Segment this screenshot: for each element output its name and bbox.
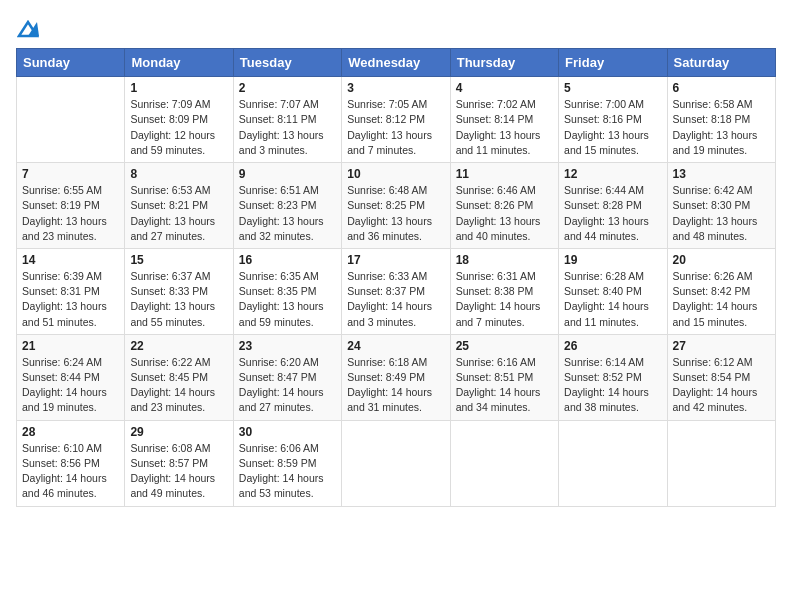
day-info: Sunrise: 6:48 AMSunset: 8:25 PMDaylight:… — [347, 183, 444, 244]
day-number: 10 — [347, 167, 444, 181]
day-info: Sunrise: 6:12 AMSunset: 8:54 PMDaylight:… — [673, 355, 770, 416]
day-number: 6 — [673, 81, 770, 95]
day-info: Sunrise: 6:39 AMSunset: 8:31 PMDaylight:… — [22, 269, 119, 330]
calendar-cell: 19Sunrise: 6:28 AMSunset: 8:40 PMDayligh… — [559, 248, 667, 334]
calendar-cell: 22Sunrise: 6:22 AMSunset: 8:45 PMDayligh… — [125, 334, 233, 420]
calendar-cell — [667, 420, 775, 506]
day-number: 7 — [22, 167, 119, 181]
day-number: 9 — [239, 167, 336, 181]
calendar-cell: 6Sunrise: 6:58 AMSunset: 8:18 PMDaylight… — [667, 77, 775, 163]
day-info: Sunrise: 6:20 AMSunset: 8:47 PMDaylight:… — [239, 355, 336, 416]
day-number: 27 — [673, 339, 770, 353]
day-info: Sunrise: 6:26 AMSunset: 8:42 PMDaylight:… — [673, 269, 770, 330]
calendar-cell: 27Sunrise: 6:12 AMSunset: 8:54 PMDayligh… — [667, 334, 775, 420]
day-number: 17 — [347, 253, 444, 267]
calendar-cell: 9Sunrise: 6:51 AMSunset: 8:23 PMDaylight… — [233, 163, 341, 249]
calendar-week-4: 21Sunrise: 6:24 AMSunset: 8:44 PMDayligh… — [17, 334, 776, 420]
calendar-cell: 11Sunrise: 6:46 AMSunset: 8:26 PMDayligh… — [450, 163, 558, 249]
day-number: 8 — [130, 167, 227, 181]
day-info: Sunrise: 6:58 AMSunset: 8:18 PMDaylight:… — [673, 97, 770, 158]
day-number: 18 — [456, 253, 553, 267]
day-number: 25 — [456, 339, 553, 353]
day-info: Sunrise: 6:24 AMSunset: 8:44 PMDaylight:… — [22, 355, 119, 416]
day-info: Sunrise: 6:42 AMSunset: 8:30 PMDaylight:… — [673, 183, 770, 244]
day-info: Sunrise: 6:06 AMSunset: 8:59 PMDaylight:… — [239, 441, 336, 502]
day-number: 4 — [456, 81, 553, 95]
day-number: 14 — [22, 253, 119, 267]
day-info: Sunrise: 6:35 AMSunset: 8:35 PMDaylight:… — [239, 269, 336, 330]
day-number: 2 — [239, 81, 336, 95]
calendar-cell: 15Sunrise: 6:37 AMSunset: 8:33 PMDayligh… — [125, 248, 233, 334]
day-info: Sunrise: 6:51 AMSunset: 8:23 PMDaylight:… — [239, 183, 336, 244]
calendar-cell: 20Sunrise: 6:26 AMSunset: 8:42 PMDayligh… — [667, 248, 775, 334]
col-header-friday: Friday — [559, 49, 667, 77]
calendar-cell: 26Sunrise: 6:14 AMSunset: 8:52 PMDayligh… — [559, 334, 667, 420]
calendar-cell: 28Sunrise: 6:10 AMSunset: 8:56 PMDayligh… — [17, 420, 125, 506]
calendar-week-1: 1Sunrise: 7:09 AMSunset: 8:09 PMDaylight… — [17, 77, 776, 163]
day-info: Sunrise: 6:18 AMSunset: 8:49 PMDaylight:… — [347, 355, 444, 416]
calendar-cell: 16Sunrise: 6:35 AMSunset: 8:35 PMDayligh… — [233, 248, 341, 334]
day-info: Sunrise: 7:09 AMSunset: 8:09 PMDaylight:… — [130, 97, 227, 158]
day-info: Sunrise: 6:10 AMSunset: 8:56 PMDaylight:… — [22, 441, 119, 502]
day-info: Sunrise: 7:00 AMSunset: 8:16 PMDaylight:… — [564, 97, 661, 158]
col-header-wednesday: Wednesday — [342, 49, 450, 77]
day-number: 26 — [564, 339, 661, 353]
day-number: 11 — [456, 167, 553, 181]
calendar-cell: 18Sunrise: 6:31 AMSunset: 8:38 PMDayligh… — [450, 248, 558, 334]
calendar-cell — [342, 420, 450, 506]
calendar-cell: 2Sunrise: 7:07 AMSunset: 8:11 PMDaylight… — [233, 77, 341, 163]
day-info: Sunrise: 7:07 AMSunset: 8:11 PMDaylight:… — [239, 97, 336, 158]
calendar-cell — [17, 77, 125, 163]
day-info: Sunrise: 6:33 AMSunset: 8:37 PMDaylight:… — [347, 269, 444, 330]
day-number: 23 — [239, 339, 336, 353]
day-number: 29 — [130, 425, 227, 439]
day-number: 12 — [564, 167, 661, 181]
calendar-cell: 3Sunrise: 7:05 AMSunset: 8:12 PMDaylight… — [342, 77, 450, 163]
calendar-cell: 1Sunrise: 7:09 AMSunset: 8:09 PMDaylight… — [125, 77, 233, 163]
day-number: 20 — [673, 253, 770, 267]
page-header — [16, 16, 776, 40]
col-header-saturday: Saturday — [667, 49, 775, 77]
day-number: 5 — [564, 81, 661, 95]
logo-icon — [17, 20, 39, 38]
col-header-tuesday: Tuesday — [233, 49, 341, 77]
day-info: Sunrise: 6:53 AMSunset: 8:21 PMDaylight:… — [130, 183, 227, 244]
day-number: 28 — [22, 425, 119, 439]
day-number: 24 — [347, 339, 444, 353]
day-number: 21 — [22, 339, 119, 353]
day-number: 3 — [347, 81, 444, 95]
day-info: Sunrise: 6:08 AMSunset: 8:57 PMDaylight:… — [130, 441, 227, 502]
day-number: 15 — [130, 253, 227, 267]
day-info: Sunrise: 6:22 AMSunset: 8:45 PMDaylight:… — [130, 355, 227, 416]
calendar-cell: 30Sunrise: 6:06 AMSunset: 8:59 PMDayligh… — [233, 420, 341, 506]
calendar-cell: 24Sunrise: 6:18 AMSunset: 8:49 PMDayligh… — [342, 334, 450, 420]
calendar-week-2: 7Sunrise: 6:55 AMSunset: 8:19 PMDaylight… — [17, 163, 776, 249]
calendar-cell: 21Sunrise: 6:24 AMSunset: 8:44 PMDayligh… — [17, 334, 125, 420]
calendar-cell: 23Sunrise: 6:20 AMSunset: 8:47 PMDayligh… — [233, 334, 341, 420]
col-header-monday: Monday — [125, 49, 233, 77]
col-header-thursday: Thursday — [450, 49, 558, 77]
day-number: 19 — [564, 253, 661, 267]
logo — [16, 16, 39, 40]
calendar-week-3: 14Sunrise: 6:39 AMSunset: 8:31 PMDayligh… — [17, 248, 776, 334]
logo-text — [16, 16, 39, 40]
calendar-cell: 7Sunrise: 6:55 AMSunset: 8:19 PMDaylight… — [17, 163, 125, 249]
calendar-cell: 13Sunrise: 6:42 AMSunset: 8:30 PMDayligh… — [667, 163, 775, 249]
day-number: 16 — [239, 253, 336, 267]
calendar-cell — [450, 420, 558, 506]
day-number: 1 — [130, 81, 227, 95]
calendar-cell: 14Sunrise: 6:39 AMSunset: 8:31 PMDayligh… — [17, 248, 125, 334]
calendar-cell: 12Sunrise: 6:44 AMSunset: 8:28 PMDayligh… — [559, 163, 667, 249]
col-header-sunday: Sunday — [17, 49, 125, 77]
day-info: Sunrise: 6:44 AMSunset: 8:28 PMDaylight:… — [564, 183, 661, 244]
day-number: 13 — [673, 167, 770, 181]
day-info: Sunrise: 6:14 AMSunset: 8:52 PMDaylight:… — [564, 355, 661, 416]
day-info: Sunrise: 6:46 AMSunset: 8:26 PMDaylight:… — [456, 183, 553, 244]
day-info: Sunrise: 7:02 AMSunset: 8:14 PMDaylight:… — [456, 97, 553, 158]
calendar-cell: 8Sunrise: 6:53 AMSunset: 8:21 PMDaylight… — [125, 163, 233, 249]
calendar-header-row: SundayMondayTuesdayWednesdayThursdayFrid… — [17, 49, 776, 77]
calendar-cell: 29Sunrise: 6:08 AMSunset: 8:57 PMDayligh… — [125, 420, 233, 506]
calendar-cell: 25Sunrise: 6:16 AMSunset: 8:51 PMDayligh… — [450, 334, 558, 420]
calendar-cell — [559, 420, 667, 506]
calendar-table: SundayMondayTuesdayWednesdayThursdayFrid… — [16, 48, 776, 506]
